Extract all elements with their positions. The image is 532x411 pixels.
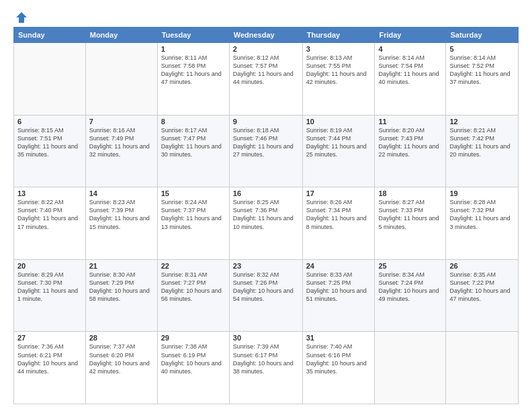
day-info: Sunrise: 7:37 AM Sunset: 6:20 PM Dayligh… xyxy=(89,342,154,375)
day-number: 3 xyxy=(306,45,371,53)
day-info: Sunrise: 8:33 AM Sunset: 7:25 PM Dayligh… xyxy=(306,271,371,304)
day-number: 27 xyxy=(17,334,82,342)
calendar-table: SundayMondayTuesdayWednesdayThursdayFrid… xyxy=(13,27,519,404)
calendar-header-sunday: Sunday xyxy=(14,28,86,43)
day-number: 22 xyxy=(161,262,226,270)
calendar-cell: 10Sunrise: 8:19 AM Sunset: 7:44 PM Dayli… xyxy=(302,115,375,187)
calendar-cell: 11Sunrise: 8:20 AM Sunset: 7:43 PM Dayli… xyxy=(375,115,446,187)
calendar-cell: 30Sunrise: 7:39 AM Sunset: 6:17 PM Dayli… xyxy=(229,332,302,404)
calendar-cell: 25Sunrise: 8:34 AM Sunset: 7:24 PM Dayli… xyxy=(375,259,446,332)
day-info: Sunrise: 8:29 AM Sunset: 7:30 PM Dayligh… xyxy=(17,271,82,304)
day-number: 30 xyxy=(233,334,299,342)
day-info: Sunrise: 8:16 AM Sunset: 7:49 PM Dayligh… xyxy=(89,126,154,159)
calendar-cell: 4Sunrise: 8:14 AM Sunset: 7:54 PM Daylig… xyxy=(375,43,446,116)
calendar-header-friday: Friday xyxy=(375,28,446,43)
day-info: Sunrise: 8:32 AM Sunset: 7:26 PM Dayligh… xyxy=(233,271,299,304)
day-number: 25 xyxy=(378,262,442,270)
calendar-cell: 14Sunrise: 8:23 AM Sunset: 7:39 PM Dayli… xyxy=(85,187,157,260)
day-number: 8 xyxy=(161,118,226,126)
calendar-cell: 5Sunrise: 8:14 AM Sunset: 7:52 PM Daylig… xyxy=(446,43,519,116)
calendar-cell: 1Sunrise: 8:11 AM Sunset: 7:58 PM Daylig… xyxy=(157,43,229,116)
calendar-cell: 2Sunrise: 8:12 AM Sunset: 7:57 PM Daylig… xyxy=(229,43,302,116)
calendar-cell xyxy=(446,332,519,404)
day-number: 19 xyxy=(449,189,515,197)
day-info: Sunrise: 8:13 AM Sunset: 7:55 PM Dayligh… xyxy=(306,54,371,87)
calendar-cell: 7Sunrise: 8:16 AM Sunset: 7:49 PM Daylig… xyxy=(85,115,157,187)
day-info: Sunrise: 8:19 AM Sunset: 7:44 PM Dayligh… xyxy=(306,126,371,159)
calendar-cell: 21Sunrise: 8:30 AM Sunset: 7:29 PM Dayli… xyxy=(85,259,157,332)
day-number: 18 xyxy=(378,189,442,197)
calendar-cell: 8Sunrise: 8:17 AM Sunset: 7:47 PM Daylig… xyxy=(157,115,229,187)
svg-marker-0 xyxy=(16,12,27,23)
calendar-week-3: 13Sunrise: 8:22 AM Sunset: 7:40 PM Dayli… xyxy=(14,187,519,260)
day-info: Sunrise: 8:17 AM Sunset: 7:47 PM Dayligh… xyxy=(161,126,226,159)
calendar-cell: 27Sunrise: 7:36 AM Sunset: 6:21 PM Dayli… xyxy=(14,332,86,404)
calendar-cell: 26Sunrise: 8:35 AM Sunset: 7:22 PM Dayli… xyxy=(446,259,519,332)
calendar-cell: 6Sunrise: 8:15 AM Sunset: 7:51 PM Daylig… xyxy=(14,115,86,187)
day-info: Sunrise: 8:34 AM Sunset: 7:24 PM Dayligh… xyxy=(378,271,442,304)
calendar-cell: 23Sunrise: 8:32 AM Sunset: 7:26 PM Dayli… xyxy=(229,259,302,332)
day-number: 4 xyxy=(378,45,442,53)
day-number: 26 xyxy=(449,262,515,270)
day-info: Sunrise: 8:25 AM Sunset: 7:36 PM Dayligh… xyxy=(233,198,299,231)
day-number: 14 xyxy=(89,189,154,197)
day-info: Sunrise: 7:36 AM Sunset: 6:21 PM Dayligh… xyxy=(17,342,82,375)
calendar-header-monday: Monday xyxy=(85,28,157,43)
day-info: Sunrise: 8:18 AM Sunset: 7:46 PM Dayligh… xyxy=(233,126,299,159)
day-info: Sunrise: 7:39 AM Sunset: 6:17 PM Dayligh… xyxy=(233,342,299,375)
calendar-header-saturday: Saturday xyxy=(446,28,519,43)
calendar-cell: 13Sunrise: 8:22 AM Sunset: 7:40 PM Dayli… xyxy=(14,187,86,260)
calendar-cell: 16Sunrise: 8:25 AM Sunset: 7:36 PM Dayli… xyxy=(229,187,302,260)
logo xyxy=(13,11,28,24)
day-info: Sunrise: 8:15 AM Sunset: 7:51 PM Dayligh… xyxy=(17,126,82,159)
day-info: Sunrise: 7:40 AM Sunset: 6:16 PM Dayligh… xyxy=(306,342,371,375)
day-number: 12 xyxy=(449,118,515,126)
day-info: Sunrise: 8:26 AM Sunset: 7:34 PM Dayligh… xyxy=(306,198,371,231)
calendar-cell: 24Sunrise: 8:33 AM Sunset: 7:25 PM Dayli… xyxy=(302,259,375,332)
page: SundayMondayTuesdayWednesdayThursdayFrid… xyxy=(0,0,532,411)
day-info: Sunrise: 7:38 AM Sunset: 6:19 PM Dayligh… xyxy=(161,342,226,375)
day-number: 24 xyxy=(306,262,371,270)
calendar-week-4: 20Sunrise: 8:29 AM Sunset: 7:30 PM Dayli… xyxy=(14,259,519,332)
day-number: 20 xyxy=(17,262,82,270)
calendar-cell: 9Sunrise: 8:18 AM Sunset: 7:46 PM Daylig… xyxy=(229,115,302,187)
day-info: Sunrise: 8:11 AM Sunset: 7:58 PM Dayligh… xyxy=(161,54,226,87)
day-info: Sunrise: 8:28 AM Sunset: 7:32 PM Dayligh… xyxy=(449,198,515,231)
calendar-cell: 20Sunrise: 8:29 AM Sunset: 7:30 PM Dayli… xyxy=(14,259,86,332)
day-number: 29 xyxy=(161,334,226,342)
logo-icon xyxy=(15,11,28,24)
day-number: 21 xyxy=(89,262,154,270)
day-number: 15 xyxy=(161,189,226,197)
day-info: Sunrise: 8:20 AM Sunset: 7:43 PM Dayligh… xyxy=(378,126,442,159)
calendar-cell: 3Sunrise: 8:13 AM Sunset: 7:55 PM Daylig… xyxy=(302,43,375,116)
header xyxy=(13,11,519,24)
day-info: Sunrise: 8:12 AM Sunset: 7:57 PM Dayligh… xyxy=(233,54,299,87)
calendar-header-tuesday: Tuesday xyxy=(157,28,229,43)
day-info: Sunrise: 8:14 AM Sunset: 7:54 PM Dayligh… xyxy=(378,54,442,87)
calendar-cell: 31Sunrise: 7:40 AM Sunset: 6:16 PM Dayli… xyxy=(302,332,375,404)
calendar-cell: 19Sunrise: 8:28 AM Sunset: 7:32 PM Dayli… xyxy=(446,187,519,260)
calendar-header-row: SundayMondayTuesdayWednesdayThursdayFrid… xyxy=(14,28,519,43)
calendar-header-thursday: Thursday xyxy=(302,28,375,43)
calendar-cell xyxy=(375,332,446,404)
day-number: 7 xyxy=(89,118,154,126)
day-info: Sunrise: 8:27 AM Sunset: 7:33 PM Dayligh… xyxy=(378,198,442,231)
calendar-cell: 17Sunrise: 8:26 AM Sunset: 7:34 PM Dayli… xyxy=(302,187,375,260)
calendar-cell: 15Sunrise: 8:24 AM Sunset: 7:37 PM Dayli… xyxy=(157,187,229,260)
day-number: 11 xyxy=(378,118,442,126)
day-info: Sunrise: 8:21 AM Sunset: 7:42 PM Dayligh… xyxy=(449,126,515,159)
day-number: 23 xyxy=(233,262,299,270)
day-number: 31 xyxy=(306,334,371,342)
calendar-cell: 22Sunrise: 8:31 AM Sunset: 7:27 PM Dayli… xyxy=(157,259,229,332)
day-number: 16 xyxy=(233,189,299,197)
day-number: 28 xyxy=(89,334,154,342)
day-number: 17 xyxy=(306,189,371,197)
day-info: Sunrise: 8:30 AM Sunset: 7:29 PM Dayligh… xyxy=(89,271,154,304)
day-number: 6 xyxy=(17,118,82,126)
calendar-cell: 12Sunrise: 8:21 AM Sunset: 7:42 PM Dayli… xyxy=(446,115,519,187)
calendar-cell: 18Sunrise: 8:27 AM Sunset: 7:33 PM Dayli… xyxy=(375,187,446,260)
day-info: Sunrise: 8:35 AM Sunset: 7:22 PM Dayligh… xyxy=(449,271,515,304)
calendar-cell xyxy=(85,43,157,116)
day-number: 10 xyxy=(306,118,371,126)
day-number: 13 xyxy=(17,189,82,197)
